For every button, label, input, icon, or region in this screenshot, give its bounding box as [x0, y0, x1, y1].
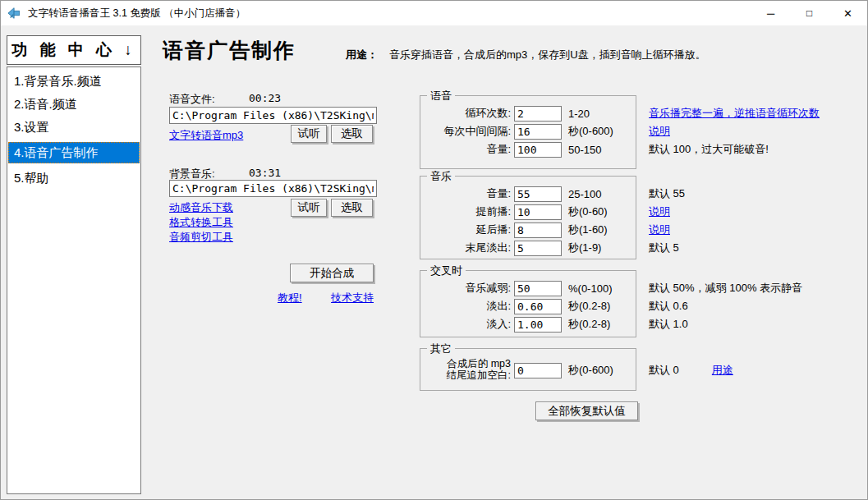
- group-music: 音乐 音量: 25-100 默认 55 提前播: 秒(0-60) 说明 延后播:…: [420, 176, 636, 259]
- play-ahead-input[interactable]: [514, 204, 562, 220]
- bg-music-preview-button[interactable]: 试听: [291, 199, 327, 217]
- voice-volume-label: 音量:: [424, 142, 511, 157]
- tutorial-link[interactable]: 教程!: [278, 291, 302, 305]
- loop-count-range: 1-20: [568, 108, 641, 120]
- minimize-icon[interactable]: ─: [751, 1, 790, 25]
- play-after-range: 秒(1-60): [568, 222, 641, 237]
- reset-defaults-button[interactable]: 全部恢复默认值: [535, 401, 638, 420]
- fade-in-range: 秒(0.2-8): [568, 317, 641, 332]
- voice-volume-range: 50-150: [568, 144, 641, 156]
- voice-volume-note: 默认 100，过大可能破音!: [649, 142, 769, 157]
- fade-out-end-note: 默认 5: [649, 241, 679, 255]
- voice-volume-input[interactable]: [514, 142, 562, 158]
- loop-count-label: 循环次数:: [424, 106, 511, 121]
- sidebar-item-background-music-channel[interactable]: 1.背景音乐.频道: [8, 71, 140, 92]
- music-duck-note: 默认 50%，减弱 100% 表示静音: [649, 281, 802, 296]
- app-window: 文字转语音播音王 3.1 免费版 （中小门店播音） ─ □ ✕ 功 能 中 心 …: [0, 0, 868, 500]
- sidebar-header: 功 能 中 心 ↓: [7, 35, 141, 65]
- music-duck-label: 音乐减弱:: [424, 281, 511, 296]
- music-duck-input[interactable]: [514, 281, 562, 296]
- group-music-title: 音乐: [427, 169, 455, 184]
- group-other-title: 其它: [427, 342, 455, 356]
- play-after-help-link[interactable]: 说明: [649, 222, 670, 237]
- usage-label: 用途：: [346, 48, 378, 61]
- music-volume-note: 默认 55: [649, 186, 685, 201]
- music-volume-input[interactable]: [514, 186, 562, 202]
- fade-out-range: 秒(0.2-8): [568, 299, 641, 314]
- loop-count-input[interactable]: [514, 106, 562, 122]
- bg-music-path-input[interactable]: [169, 180, 377, 197]
- tech-support-link[interactable]: 技术支持: [331, 291, 374, 305]
- usage-text: 音乐穿插语音，合成后的mp3，保存到U盘，插到音响上循环播放。: [389, 48, 706, 61]
- text-to-speech-mp3-link[interactable]: 文字转语音mp3: [169, 128, 243, 143]
- music-duck-range: %(0-100): [568, 282, 641, 295]
- fade-in-label: 淡入:: [424, 317, 511, 332]
- title-bar: 文字转语音播音王 3.1 免费版 （中小门店播音） ─ □ ✕: [1, 1, 867, 25]
- trailing-silence-purpose-link[interactable]: 用途: [712, 363, 733, 378]
- voice-file-label: 语音文件:: [169, 92, 215, 107]
- page-title: 语音广告制作: [163, 37, 296, 64]
- voice-file-duration: 00:23: [249, 92, 281, 104]
- sidebar-item-voice-channel[interactable]: 2.语音.频道: [8, 94, 140, 115]
- fade-out-end-label: 末尾淡出:: [424, 241, 511, 255]
- fade-out-input[interactable]: [514, 299, 562, 314]
- start-compose-button[interactable]: 开始合成: [290, 264, 374, 282]
- music-volume-label: 音量:: [424, 186, 511, 201]
- group-voice-title: 语音: [427, 89, 455, 103]
- play-after-label: 延后播:: [424, 222, 511, 237]
- sidebar-menu: 1.背景音乐.频道 2.语音.频道 3.设置 4.语音广告制作 5.帮助: [7, 67, 141, 494]
- music-volume-range: 25-100: [568, 188, 641, 200]
- bg-music-duration: 03:31: [249, 167, 281, 179]
- play-ahead-label: 提前播:: [424, 204, 511, 219]
- interval-help-link[interactable]: 说明: [649, 124, 670, 139]
- sidebar-item-help[interactable]: 5.帮助: [8, 167, 140, 189]
- usage-note: 用途：音乐穿插语音，合成后的mp3，保存到U盘，插到音响上循环播放。: [346, 48, 706, 62]
- play-ahead-help-link[interactable]: 说明: [649, 204, 670, 219]
- audio-cut-tool-link[interactable]: 音频剪切工具: [169, 230, 233, 245]
- group-crossfade: 交叉时 音乐减弱: %(0-100) 默认 50%，减弱 100% 表示静音 淡…: [420, 270, 636, 337]
- voice-file-path-input[interactable]: [169, 107, 377, 124]
- fade-out-end-input[interactable]: [514, 241, 562, 256]
- voice-preview-button[interactable]: 试听: [291, 125, 327, 143]
- interval-range: 秒(0-600): [568, 124, 641, 139]
- fade-out-note: 默认 0.6: [649, 299, 688, 314]
- group-voice: 语音 循环次数: 1-20 音乐播完整一遍，逆推语音循环次数 每次中间间隔: 秒…: [420, 95, 636, 169]
- fade-in-input[interactable]: [514, 317, 562, 333]
- app-icon: [7, 6, 22, 21]
- window-title: 文字转语音播音王 3.1 免费版 （中小门店播音）: [28, 7, 246, 21]
- trailing-silence-range: 秒(0-600): [568, 363, 641, 378]
- close-icon[interactable]: ✕: [829, 1, 867, 25]
- interval-input[interactable]: [514, 124, 562, 140]
- music-download-link[interactable]: 动感音乐下载: [169, 200, 233, 215]
- group-other: 其它 合成后的 mp3 结尾追加空白: 秒(0-600) 默认 0 用途: [420, 348, 636, 391]
- client-area: 功 能 中 心 ↓ 1.背景音乐.频道 2.语音.频道 3.设置 4.语音广告制…: [1, 25, 867, 499]
- maximize-icon[interactable]: □: [790, 1, 829, 25]
- group-crossfade-title: 交叉时: [427, 264, 466, 278]
- format-convert-tool-link[interactable]: 格式转换工具: [169, 215, 233, 230]
- play-ahead-range: 秒(0-60): [568, 204, 641, 219]
- sidebar-item-voice-ad-maker[interactable]: 4.语音广告制作: [8, 142, 140, 163]
- voice-select-button[interactable]: 选取: [331, 125, 373, 143]
- trailing-silence-input[interactable]: [514, 363, 562, 378]
- interval-label: 每次中间间隔:: [424, 124, 511, 139]
- bg-music-select-button[interactable]: 选取: [331, 199, 373, 217]
- fade-in-note: 默认 1.0: [649, 317, 688, 332]
- window-controls: ─ □ ✕: [751, 1, 867, 25]
- sidebar-item-settings[interactable]: 3.设置: [8, 117, 140, 138]
- play-after-input[interactable]: [514, 222, 562, 238]
- loop-count-hint-link[interactable]: 音乐播完整一遍，逆推语音循环次数: [649, 106, 820, 121]
- fade-out-label: 淡出:: [424, 299, 511, 314]
- trailing-silence-label: 合成后的 mp3 结尾追加空白:: [424, 359, 511, 382]
- trailing-silence-note: 默认 0: [649, 363, 679, 378]
- fade-out-end-range: 秒(1-9): [568, 241, 641, 255]
